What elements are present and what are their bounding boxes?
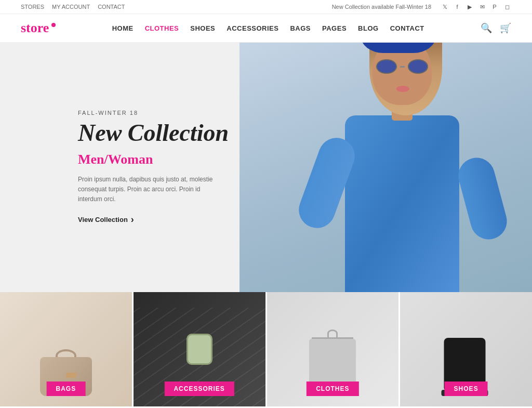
category-bags[interactable]: BAGS	[0, 292, 132, 406]
figure-glasses	[376, 58, 428, 75]
hanger-hook	[327, 330, 338, 337]
hanger-bar	[312, 337, 353, 339]
nav-clothes[interactable]: CLOTHES	[145, 24, 179, 32]
facebook-icon[interactable]: f	[453, 3, 461, 11]
nav-blog[interactable]: BLOG	[358, 24, 379, 32]
header: store HOME CLOTHES SHOES ACCESSORIES BAG…	[0, 14, 532, 43]
figure-lips	[396, 86, 409, 92]
top-bar-links: STORES MY ACCOUNT CONTACT	[21, 4, 125, 10]
logo-text: store	[21, 20, 49, 36]
hero-content: FALL-WINTER 18 New Collection Men/Woman …	[0, 110, 229, 225]
category-shoes[interactable]: SHOES	[398, 292, 532, 406]
hero-section: FALL-WINTER 18 New Collection Men/Woman …	[0, 43, 532, 292]
hero-photo	[240, 43, 532, 292]
nav-contact[interactable]: CONTACT	[390, 24, 424, 32]
nav-shoes[interactable]: SHOES	[190, 24, 215, 32]
nav-home[interactable]: HOME	[112, 24, 134, 32]
contact-link[interactable]: CONTACT	[98, 4, 125, 10]
top-bar: STORES MY ACCOUNT CONTACT New Collection…	[0, 0, 532, 14]
hero-cta-button[interactable]: View Collection	[78, 214, 134, 225]
cart-icon[interactable]: 🛒	[500, 22, 511, 34]
glasses-bridge	[400, 66, 405, 68]
bag-clasp	[66, 373, 76, 378]
category-section: BAGS ACCESSORIES CLOTHES SHOES	[0, 292, 532, 406]
email-icon[interactable]: ✉	[478, 3, 486, 11]
main-nav: HOME CLOTHES SHOES ACCESSORIES BAGS PAGE…	[112, 24, 424, 32]
instagram-icon[interactable]: ◻	[503, 3, 511, 11]
hero-description: Proin ipsum nulla, dapibus quis justo at…	[78, 175, 223, 205]
announcement-text: New Collection available Fall-Winter 18	[332, 4, 431, 10]
watch-body	[187, 334, 212, 365]
nav-accessories[interactable]: ACCESSORIES	[227, 24, 278, 32]
header-icons: 🔍 🛒	[481, 22, 511, 34]
my-account-link[interactable]: MY ACCOUNT	[52, 4, 90, 10]
logo-dot	[51, 23, 56, 27]
hero-title: New Collection	[78, 120, 229, 147]
hero-tagline: Men/Woman	[78, 152, 229, 167]
search-icon[interactable]: 🔍	[481, 22, 492, 34]
glasses-right-lens	[408, 59, 428, 74]
youtube-icon[interactable]: ▶	[466, 3, 474, 11]
hero-subtitle: FALL-WINTER 18	[78, 110, 229, 116]
twitter-icon[interactable]: 𝕏	[441, 3, 449, 11]
bags-label: BAGS	[47, 381, 86, 396]
logo[interactable]: store	[21, 20, 56, 36]
category-clothes[interactable]: CLOTHES	[265, 292, 399, 406]
clothes-label: CLOTHES	[307, 381, 358, 396]
figure-torso	[345, 115, 459, 292]
pinterest-icon[interactable]: P	[490, 3, 499, 11]
accessories-label: ACCESSORIES	[164, 381, 234, 396]
stores-link[interactable]: STORES	[21, 4, 44, 10]
nav-pages[interactable]: PAGES	[322, 24, 347, 32]
glasses-left-lens	[376, 59, 396, 74]
category-accessories[interactable]: ACCESSORIES	[132, 292, 265, 406]
hero-model-figure	[319, 48, 485, 292]
shoes-label: SHOES	[445, 381, 488, 396]
nav-bags[interactable]: BAGS	[290, 24, 311, 32]
top-bar-right: New Collection available Fall-Winter 18 …	[332, 3, 511, 11]
figure-arm-right	[455, 154, 511, 244]
